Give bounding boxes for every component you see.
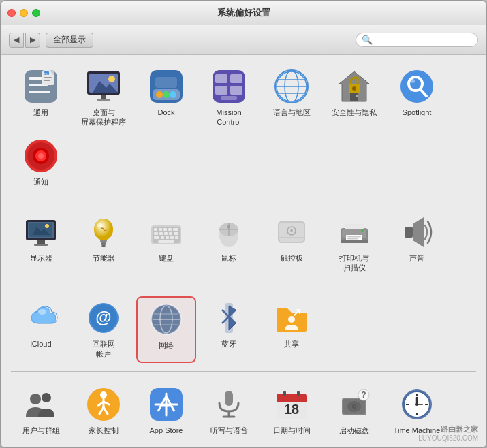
datetime-label: 日期与时间 xyxy=(273,426,311,435)
svg-rect-58 xyxy=(101,242,106,245)
language-icon xyxy=(274,69,309,104)
divider-1 xyxy=(11,199,476,199)
svg-point-83 xyxy=(227,225,230,229)
section-system: 用户与群组 xyxy=(11,380,476,447)
icon-item-trackpad[interactable]: 触控板 xyxy=(262,210,321,277)
maximize-button[interactable] xyxy=(32,9,40,17)
svg-rect-70 xyxy=(164,232,168,235)
icon-item-dock[interactable]: Dock xyxy=(136,65,196,131)
svg-point-36 xyxy=(356,95,358,97)
titlebar: 系统偏好设置 xyxy=(1,1,486,25)
icon-item-users[interactable]: 用户与群组 xyxy=(11,383,71,439)
svg-rect-7 xyxy=(44,80,50,81)
forward-button[interactable]: ▶ xyxy=(25,33,40,48)
internet-icon: @ xyxy=(86,300,121,336)
appstore-label: App Store xyxy=(150,426,183,435)
icon-item-mission[interactable]: MissionControl xyxy=(199,65,259,131)
displays-icon xyxy=(23,214,59,250)
dock-label: Dock xyxy=(157,108,174,117)
svg-rect-24 xyxy=(230,74,242,83)
svg-rect-74 xyxy=(161,236,164,239)
svg-rect-68 xyxy=(154,232,158,235)
close-button[interactable] xyxy=(7,9,16,17)
icon-item-icloud[interactable]: iCloud xyxy=(11,296,71,363)
energy-label: 节能器 xyxy=(93,253,115,263)
mouse-icon xyxy=(211,214,247,250)
svg-point-113 xyxy=(288,316,295,323)
icloud-label: iCloud xyxy=(30,339,51,349)
network-label: 网络 xyxy=(159,340,174,350)
svg-rect-134 xyxy=(297,391,300,396)
appstore-icon xyxy=(148,387,184,422)
icon-item-startup[interactable]: ? 启动磁盘 xyxy=(324,383,384,439)
icon-item-displays[interactable]: 显示器 xyxy=(11,210,71,277)
svg-point-38 xyxy=(352,86,356,91)
svg-point-95 xyxy=(361,229,364,232)
svg-rect-97 xyxy=(405,227,413,238)
icon-item-accessibility[interactable]: 辅助功能 xyxy=(11,442,71,447)
icon-item-energy[interactable]: 节能器 xyxy=(74,210,133,277)
icon-item-notifications[interactable]: 通知 xyxy=(11,134,71,191)
watermark: 路由器之家 LUYOUQI520.COM xyxy=(418,424,478,442)
icon-item-general[interactable]: File 通用 xyxy=(11,65,71,131)
icon-item-printer[interactable]: 打印机与扫描仪 xyxy=(324,210,384,277)
startup-icon: ? xyxy=(336,387,372,422)
icon-item-network[interactable]: 网络 xyxy=(136,296,196,363)
svg-rect-65 xyxy=(163,228,167,231)
svg-rect-59 xyxy=(101,245,106,247)
icon-item-parental[interactable]: 家长控制 xyxy=(74,383,133,439)
accessibility-icon xyxy=(23,446,59,447)
icon-item-dictation[interactable]: 听写与语音 xyxy=(199,383,259,439)
printer-label: 打印机与扫描仪 xyxy=(339,253,369,273)
icon-item-desktop[interactable]: 桌面与屏幕保护程序 xyxy=(74,65,133,131)
svg-point-21 xyxy=(170,91,176,98)
svg-rect-25 xyxy=(215,86,227,95)
icon-item-sound[interactable]: 声音 xyxy=(387,210,447,277)
svg-point-47 xyxy=(38,153,44,159)
nav-buttons: ◀ ▶ xyxy=(9,33,40,48)
svg-rect-93 xyxy=(347,236,361,238)
icon-item-datetime[interactable]: 18 日期与时间 xyxy=(262,383,321,439)
icon-item-security[interactable]: 安全性与隐私 xyxy=(324,65,384,131)
minimize-button[interactable] xyxy=(20,9,28,17)
traffic-lights xyxy=(7,9,40,17)
icon-item-keyboard[interactable]: 键盘 xyxy=(136,210,196,277)
icon-item-appstore[interactable]: App Store xyxy=(136,383,196,439)
general-icon: File xyxy=(23,69,59,104)
svg-rect-57 xyxy=(100,240,107,242)
printer-icon xyxy=(336,214,372,250)
svg-point-114 xyxy=(30,394,41,404)
svg-rect-66 xyxy=(168,228,172,231)
show-all-button[interactable]: 全部显示 xyxy=(46,33,93,48)
icon-item-language[interactable]: 语言与地区 xyxy=(262,65,321,131)
section-personal: File 通用 xyxy=(11,62,476,193)
svg-text:18: 18 xyxy=(284,402,299,417)
timemachine-icon xyxy=(399,387,435,422)
svg-point-13 xyxy=(108,76,115,82)
spotlight-icon xyxy=(399,69,435,104)
section-internet: iCloud @ 互联网帐户 xyxy=(11,293,476,366)
desktop-icon xyxy=(86,69,121,104)
search-input[interactable] xyxy=(375,35,472,45)
toolbar: ◀ ▶ 全部显示 🔍 xyxy=(1,25,486,55)
icon-item-sharing[interactable]: 共享 xyxy=(262,296,321,363)
trackpad-label: 触控板 xyxy=(281,253,303,263)
icon-item-bluetooth[interactable]: 蓝牙 xyxy=(199,296,259,363)
notifications-icon xyxy=(23,138,59,174)
search-icon: 🔍 xyxy=(362,35,373,45)
energy-icon xyxy=(86,214,121,250)
icon-item-internet[interactable]: @ 互联网帐户 xyxy=(74,296,133,363)
svg-rect-71 xyxy=(169,232,172,235)
icon-item-mouse[interactable]: 鼠标 xyxy=(199,210,259,277)
icon-item-spotlight[interactable]: Spotlight xyxy=(387,65,447,131)
language-label: 语言与地区 xyxy=(273,108,311,117)
back-button[interactable]: ◀ xyxy=(9,33,24,48)
mission-icon xyxy=(211,69,247,104)
svg-point-115 xyxy=(42,393,51,402)
desktop-label: 桌面与屏幕保护程序 xyxy=(81,108,126,127)
sharing-label: 共享 xyxy=(284,339,299,349)
svg-rect-27 xyxy=(221,96,237,100)
svg-point-20 xyxy=(163,91,170,98)
svg-rect-78 xyxy=(158,240,174,243)
svg-text:?: ? xyxy=(361,390,366,400)
